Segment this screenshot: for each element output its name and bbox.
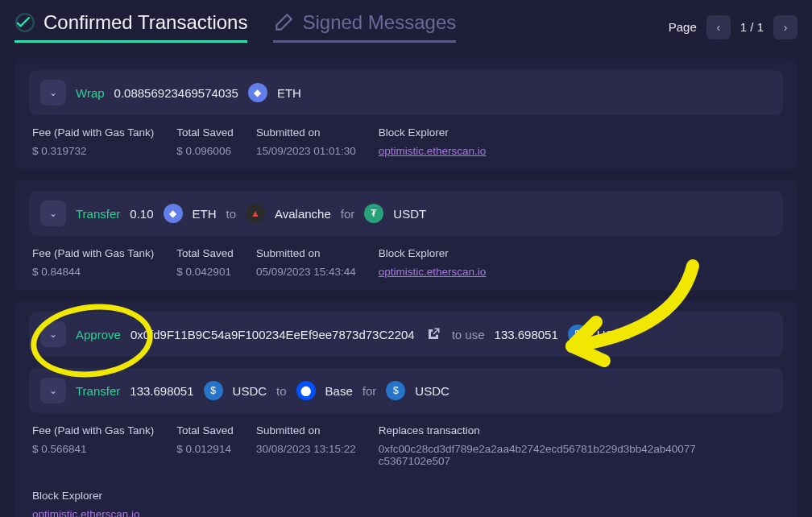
- for-symbol: USDC: [415, 384, 450, 398]
- to-label: to: [276, 384, 287, 398]
- for-symbol: USDT: [393, 207, 426, 221]
- saved-value: $ 0.042901: [176, 266, 234, 278]
- base-coin-icon: ⬤: [296, 381, 316, 400]
- eth-coin-icon: ◆: [248, 83, 267, 102]
- pager-next-button[interactable]: ›: [773, 15, 798, 39]
- submitted-value: 05/09/2023 15:43:44: [256, 266, 356, 278]
- submitted-value: 30/08/2023 13:15:22: [256, 443, 356, 455]
- chevron-down-icon: ⌄: [49, 385, 57, 396]
- to-name: Avalanche: [275, 207, 331, 221]
- chevron-right-icon: ›: [784, 21, 788, 34]
- replaces-value: 0xfc00c28cd3df789e2a2aa4b2742ecd56781b22…: [379, 443, 701, 467]
- expand-button[interactable]: ⌄: [40, 378, 66, 403]
- to-use-label: to use: [452, 328, 485, 341]
- amount: 0.08856923469574035: [114, 86, 238, 100]
- usdc-coin-icon: $: [386, 381, 405, 400]
- symbol: ETH: [277, 86, 301, 100]
- expand-button[interactable]: ⌄: [40, 80, 66, 105]
- explorer-link[interactable]: optimistic.etherscan.io: [32, 508, 140, 517]
- expand-button[interactable]: ⌄: [40, 201, 66, 226]
- action-label: Wrap: [76, 86, 105, 100]
- tab-label: Confirmed Transactions: [44, 11, 247, 34]
- to-use-symbol: USDC: [597, 328, 632, 341]
- eth-coin-icon: ◆: [164, 204, 183, 223]
- amount: 0.10: [130, 207, 153, 221]
- symbol: USDC: [233, 384, 267, 398]
- top-pager: Page ‹ 1 / 1 ›: [669, 15, 798, 39]
- tab-confirmed-transactions[interactable]: Confirmed Transactions: [14, 11, 247, 43]
- replaces-label: Replaces transaction: [379, 424, 701, 436]
- transaction-card: ⌄Approve0x0fd9F11B9C54a9F100234EeEf9ee78…: [14, 300, 798, 517]
- transaction-row: ⌄Transfer133.698051$USDCto⬤Basefor$USDC: [29, 368, 783, 413]
- fee-value: $ 0.566841: [32, 443, 154, 455]
- action-label: Approve: [76, 328, 121, 341]
- fee-label: Fee (Paid with Gas Tank): [32, 247, 154, 259]
- submitted-label: Submitted on: [256, 424, 356, 436]
- explorer-label: Block Explorer: [379, 247, 487, 259]
- pager-label: Page: [669, 20, 697, 34]
- chevron-down-icon: ⌄: [49, 208, 57, 219]
- submitted-label: Submitted on: [256, 126, 356, 139]
- to-label: to: [226, 207, 237, 221]
- pager-position: 1 / 1: [740, 20, 764, 34]
- to-name: Base: [325, 384, 353, 398]
- saved-value: $ 0.096006: [176, 145, 234, 157]
- to-use-amount: 133.698051: [495, 328, 558, 341]
- transaction-card: ⌄Wrap0.08856923469574035◆ETHFee (Paid wi…: [14, 59, 798, 170]
- expand-button[interactable]: ⌄: [40, 321, 66, 347]
- fee-value: $ 0.319732: [32, 145, 154, 157]
- chevron-down-icon: ⌄: [49, 329, 57, 340]
- explorer-label: Block Explorer: [32, 490, 140, 502]
- transaction-row: ⌄Approve0x0fd9F11B9C54a9F100234EeEf9ee78…: [29, 312, 783, 357]
- tab-label: Signed Messages: [302, 11, 456, 34]
- chevron-left-icon: ‹: [716, 21, 720, 34]
- external-link-icon[interactable]: [425, 325, 442, 343]
- explorer-link[interactable]: optimistic.etherscan.io: [379, 266, 487, 278]
- saved-label: Total Saved: [176, 247, 234, 259]
- avax-coin-icon: ▲: [246, 204, 265, 223]
- fee-value: $ 0.84844: [32, 266, 154, 278]
- explorer-link[interactable]: optimistic.etherscan.io: [379, 145, 487, 157]
- explorer-label: Block Explorer: [379, 126, 487, 139]
- usdc-coin-icon: $: [568, 325, 587, 344]
- fee-label: Fee (Paid with Gas Tank): [32, 126, 154, 139]
- tab-signed-messages[interactable]: Signed Messages: [273, 11, 456, 43]
- symbol: ETH: [193, 207, 217, 221]
- for-label: for: [362, 384, 377, 398]
- fee-label: Fee (Paid with Gas Tank): [32, 424, 154, 436]
- signature-icon: [273, 12, 294, 33]
- amount: 133.698051: [130, 384, 193, 398]
- chevron-down-icon: ⌄: [49, 87, 57, 98]
- saved-value: $ 0.012914: [176, 443, 234, 455]
- transaction-card: ⌄Transfer0.10◆ETHto▲Avalanchefor₮USDTFee…: [14, 180, 798, 291]
- pager-prev-button[interactable]: ‹: [706, 15, 731, 39]
- saved-label: Total Saved: [176, 424, 234, 436]
- transaction-row: ⌄Wrap0.08856923469574035◆ETH: [29, 70, 783, 115]
- transaction-row: ⌄Transfer0.10◆ETHto▲Avalanchefor₮USDT: [29, 191, 783, 236]
- usdc-coin-icon: $: [204, 381, 223, 400]
- address: 0x0fd9F11B9C54a9F100234EeEf9ee7873d73C22…: [130, 328, 415, 341]
- submitted-label: Submitted on: [256, 247, 356, 259]
- for-label: for: [341, 207, 355, 221]
- submitted-value: 15/09/2023 01:01:30: [256, 145, 356, 157]
- saved-label: Total Saved: [176, 126, 234, 139]
- action-label: Transfer: [76, 384, 120, 398]
- action-label: Transfer: [76, 207, 120, 221]
- check-badge-icon: [14, 12, 35, 33]
- usdt-coin-icon: ₮: [364, 204, 383, 223]
